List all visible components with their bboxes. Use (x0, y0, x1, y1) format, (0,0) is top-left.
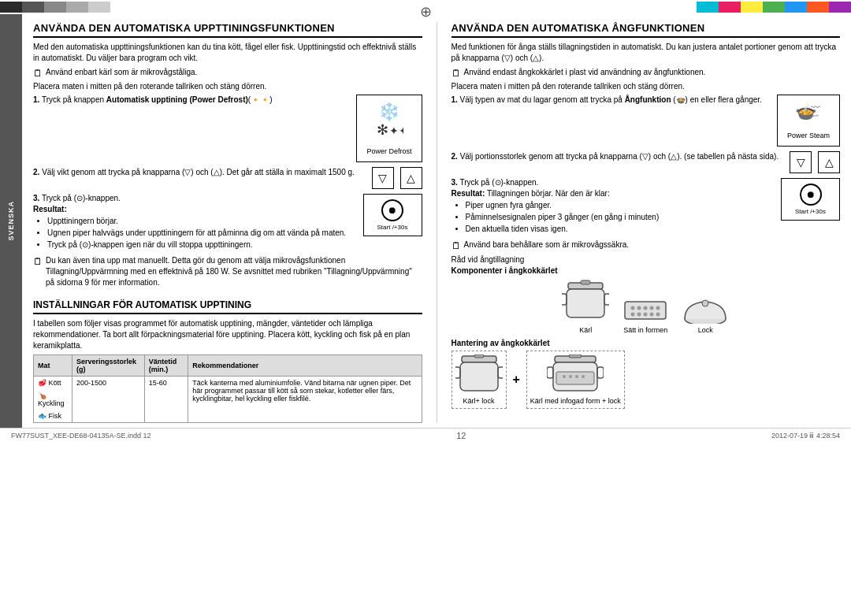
result-starts: Tillagningen börjar. När den är klar: (487, 189, 610, 198)
settings-table: Mat Serveringsstorlek (g) Väntetid (min.… (33, 354, 422, 423)
svg-point-15 (656, 306, 660, 310)
handling-svg-2 (547, 354, 604, 395)
note-icon-r2: 🗒 (452, 239, 461, 253)
steam-step2-text: Välj portionsstorlek genom att trycka på… (460, 152, 779, 161)
wait-cell: 15-60 (144, 376, 188, 422)
step2-text: Välj vikt genom att trycka på knapparna … (42, 168, 355, 176)
steam-note-text-2: Använd bara behållare som är mikrovågssä… (464, 239, 630, 250)
svg-point-11 (631, 306, 635, 310)
svg-rect-37 (597, 367, 604, 378)
up-arrow-btn-1[interactable]: △ (400, 167, 422, 189)
component-illustrations: Kärl (452, 280, 841, 334)
note-text-3: Du kan även tina upp mat manuellt. Detta… (46, 255, 422, 288)
svg-point-14 (650, 306, 654, 310)
top-bar-left (0, 0, 426, 14)
side-tab-label: SVENSKA (7, 201, 15, 241)
steam-section: ANVÄNDA DEN AUTOMATISKA ÅNGFUNKTIONEN Me… (452, 22, 841, 409)
page-number: 12 (151, 431, 771, 440)
start-btn-1[interactable]: ⏺ Start /+30s (363, 194, 422, 236)
note-text-1: Använd enbart kärl som är mikrovågstålig… (46, 67, 197, 78)
col-wait: Väntetid (min.) (144, 354, 188, 376)
steam-step2-content: 2. Välj portionsstorlek genom att trycka… (452, 151, 784, 162)
steam-step3-row: 3. Tryck på (⊙)-knappen. Resultat: Tilla… (452, 178, 841, 235)
svg-rect-36 (547, 367, 553, 378)
start-label-1: Start /+30s (377, 224, 408, 231)
col-rec: Rekommendationer (188, 354, 422, 376)
handling-label-1: Kärl+ lock (463, 397, 495, 405)
result-bullets-1: Uppttiningern börjar. Ugnen piper halvvä… (47, 215, 357, 250)
result-bullets-2: Piper ugnen fyra gånger. Påminnelsesigna… (466, 199, 775, 235)
start-label-2: Start /+30s (795, 208, 826, 215)
color-block-r4 (763, 2, 785, 13)
handling-label-2: Kärl med infogad form + lock (530, 397, 621, 405)
handling-section: Hantering av ångkokkärlet Kärl+ lo (452, 339, 841, 409)
karl-shape (562, 280, 609, 324)
svg-rect-29 (569, 354, 582, 358)
result-label-1: Resultat: (33, 205, 357, 213)
svg-point-16 (631, 312, 635, 316)
step2-num: 2. (33, 168, 39, 176)
step1-bold: Automatisk upptining (Power Defrost) (106, 95, 248, 104)
start-btn-2[interactable]: ⏺ Start /+30s (781, 178, 840, 221)
handling-title: Hantering av ångkokkärlet (452, 339, 841, 347)
top-bar-right (426, 0, 851, 14)
top-bar: ⊕ (0, 0, 851, 14)
bullet-1-3: Tryck på (⊙)-knappen igen när du vill st… (47, 239, 357, 250)
settings-section: INSTÄLLNINGAR FÖR AUTOMATISK UPPTINING I… (33, 299, 422, 423)
rec-cell: Täck kanterna med aluminiumfolie. Vänd b… (188, 376, 422, 422)
down-arrow-btn-1[interactable]: ▽ (372, 167, 394, 189)
color-block-r5 (785, 2, 807, 13)
up-arrow-btn-2[interactable]: △ (818, 151, 840, 173)
svg-point-13 (644, 306, 648, 310)
handling-svg-1 (455, 354, 503, 395)
svg-rect-27 (498, 367, 503, 378)
insert-label: Sätt in formen (623, 326, 667, 334)
svg-point-22 (702, 300, 708, 306)
step3-num: 3. (33, 194, 39, 202)
page-footer: FW77SUST_XEE-DE68-04135A-SE.indd 12 12 2… (0, 428, 851, 443)
lock-item: Lock (682, 295, 729, 334)
note-icon-r1: 🗒 (452, 67, 461, 80)
settings-intro: I tabellen som följer visas programmet f… (33, 318, 422, 351)
step1-num: 1. (33, 95, 39, 104)
svg-rect-9 (604, 294, 609, 305)
steam-step3-content: 3. Tryck på (⊙)-knappen. Resultat: Tilla… (452, 178, 775, 235)
left-column: ANVÄNDA DEN AUTOMATISKA UPPTTININGSFUNKT… (33, 22, 422, 423)
auto-defrost-section: ANVÄNDA DEN AUTOMATISKA UPPTTININGSFUNKT… (33, 22, 422, 290)
svg-point-18 (644, 312, 648, 316)
step3-content: 3. Tryck på (⊙)-knappen. Resultat: Upptt… (33, 194, 357, 250)
size-cell: 200-1500 (72, 376, 145, 422)
food-fisk: 🐟 Fisk (38, 412, 68, 420)
step1-content: 1. Tryck på knappen Automatisk upptining… (33, 95, 350, 106)
steam-step3-num: 3. (452, 178, 458, 187)
step2-content: 2. Välj vikt genom att trycka på knappar… (33, 167, 366, 178)
svg-rect-26 (455, 367, 460, 378)
power-defrost-label: Power Defrost (366, 147, 411, 155)
food-kott: 🥩 Kött (38, 379, 68, 387)
footer-filename: FW77SUST_XEE-DE68-04135A-SE.indd 12 (11, 432, 151, 440)
angfunktion-bold: Ångfunktion (625, 95, 671, 104)
svg-rect-10 (625, 302, 666, 319)
lock-label: Lock (698, 326, 713, 334)
main-content: SVENSKA ANVÄNDA DEN AUTOMATISKA UPPTTINI… (0, 14, 851, 428)
col-size: Serveringsstorlek (g) (72, 354, 145, 376)
color-block-2 (22, 2, 44, 13)
power-steam-icon: 🍲 〰 〰 (793, 102, 823, 128)
steam-place-note: Placera maten i mitten på den roterande … (452, 82, 841, 91)
color-block-r7 (829, 2, 851, 13)
power-steam-btn[interactable]: 🍲 〰 〰 Power Steam (777, 95, 840, 147)
karl-item: Kärl (562, 280, 609, 334)
power-defrost-btn[interactable]: ❄️ ✻ ✦✦ Power Defrost (356, 95, 422, 162)
svg-rect-8 (562, 294, 567, 305)
bullet-1-2: Ugnen piper halvvägs under uppttiningern… (47, 227, 357, 239)
svg-rect-31 (556, 372, 594, 384)
down-arrow-btn-2[interactable]: ▽ (790, 151, 812, 173)
color-block-3 (44, 2, 66, 13)
svg-rect-25 (460, 362, 498, 391)
step1-row: 1. Tryck på knappen Automatisk upptining… (33, 95, 422, 162)
svg-point-34 (575, 375, 578, 378)
svg-point-12 (637, 306, 641, 310)
karl-label: Kärl (579, 326, 592, 334)
tip-text: Råd vid ångtillagning (452, 255, 841, 264)
steam-step3-text: Tryck på (⊙)-knappen. (459, 178, 538, 187)
